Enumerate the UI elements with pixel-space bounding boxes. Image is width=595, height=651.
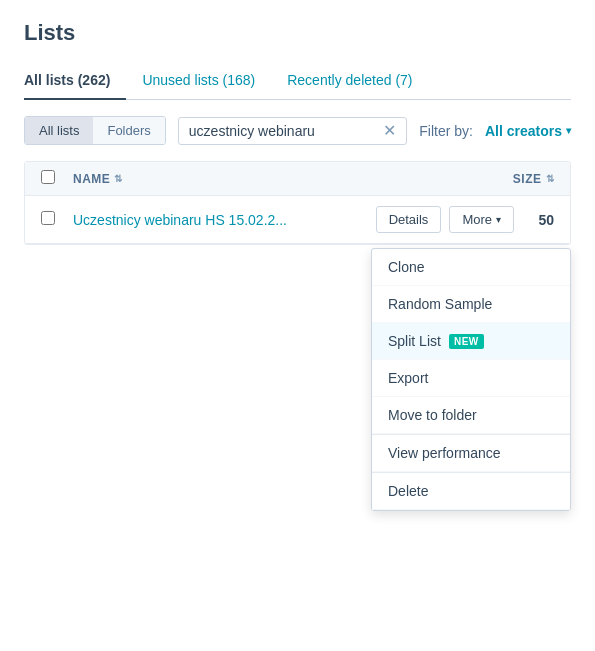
lists-table: NAME ⇅ SIZE ⇅ Uczestnicy webinaru HS 15.… <box>24 161 571 245</box>
row-size: 50 <box>514 212 554 228</box>
sort-size-icon[interactable]: ⇅ <box>546 173 555 184</box>
folders-toggle[interactable]: Folders <box>93 117 164 144</box>
details-button[interactable]: Details <box>376 206 442 233</box>
chevron-down-icon: ▾ <box>566 125 571 136</box>
tab-recently-deleted[interactable]: Recently deleted (7) <box>287 62 428 100</box>
header-size-col: SIZE ⇅ <box>474 172 554 186</box>
table-row: Uczestnicy webinaru HS 15.02.2... Detail… <box>25 196 570 244</box>
more-button[interactable]: More ▾ <box>449 206 514 233</box>
view-toggle-group: All lists Folders <box>24 116 166 145</box>
row-name[interactable]: Uczestnicy webinaru HS 15.02.2... <box>73 212 376 228</box>
tabs-row: All lists (262) Unused lists (168) Recen… <box>24 62 571 100</box>
dropdown-item-split-list[interactable]: Split List NEW <box>372 323 570 360</box>
table-header: NAME ⇅ SIZE ⇅ <box>25 162 570 196</box>
tab-all-lists[interactable]: All lists (262) <box>24 62 126 100</box>
dropdown-item-clone[interactable]: Clone <box>372 249 570 286</box>
search-filter-row: All lists Folders ✕ Filter by: All creat… <box>24 116 571 145</box>
all-lists-toggle[interactable]: All lists <box>25 117 93 144</box>
more-chevron-icon: ▾ <box>496 214 501 225</box>
dropdown-menu: Clone Random Sample Split List NEW Expor… <box>371 248 571 511</box>
dropdown-item-move-to-folder[interactable]: Move to folder <box>372 397 570 434</box>
row-select-checkbox[interactable] <box>41 211 55 225</box>
dropdown-item-delete[interactable]: Delete <box>372 473 570 510</box>
page-title: Lists <box>24 20 571 46</box>
row-checkbox-col <box>41 211 73 228</box>
sort-name-icon[interactable]: ⇅ <box>114 173 123 184</box>
search-input[interactable] <box>189 123 383 139</box>
clear-search-icon[interactable]: ✕ <box>383 123 396 139</box>
filter-dropdown[interactable]: All creators ▾ <box>485 123 571 139</box>
header-checkbox-col <box>41 170 73 187</box>
dropdown-item-export[interactable]: Export <box>372 360 570 397</box>
dropdown-item-view-performance[interactable]: View performance <box>372 435 570 472</box>
tab-unused-lists[interactable]: Unused lists (168) <box>142 62 271 100</box>
search-box: ✕ <box>178 117 407 145</box>
header-name-col: NAME ⇅ <box>73 172 474 186</box>
row-actions: Details More ▾ <box>376 206 514 233</box>
new-badge: NEW <box>449 334 484 349</box>
select-all-checkbox[interactable] <box>41 170 55 184</box>
filter-label: Filter by: <box>419 123 473 139</box>
dropdown-item-random-sample[interactable]: Random Sample <box>372 286 570 323</box>
